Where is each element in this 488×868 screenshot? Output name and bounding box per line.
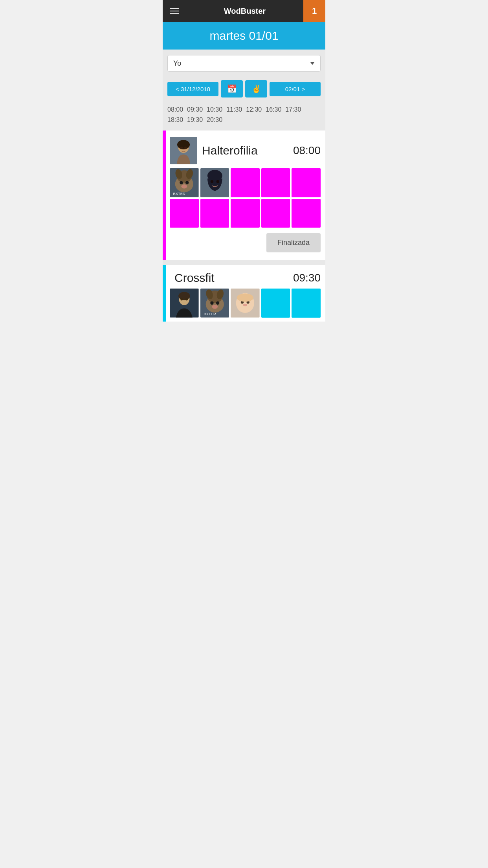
participant-cell[interactable] <box>170 289 199 318</box>
participant-cell[interactable] <box>200 168 229 197</box>
notification-badge[interactable]: 1 <box>303 0 325 22</box>
svg-text:BXTER: BXTER <box>204 312 216 316</box>
user-filter-select[interactable]: Yo Todos <box>167 55 321 72</box>
instructor-avatar <box>170 137 197 164</box>
hamburger-icon <box>170 8 179 9</box>
svg-text:BXTER: BXTER <box>173 191 185 196</box>
date-bar: martes 01/01 <box>163 22 325 50</box>
time-slots-section: 08:00 09:30 10:30 11:30 12:30 16:30 17:3… <box>163 102 325 131</box>
svg-point-21 <box>178 292 190 300</box>
participant-cell[interactable]: BXTER <box>200 289 229 318</box>
svg-point-2 <box>177 140 190 149</box>
time-slot[interactable]: 11:30 <box>226 105 242 114</box>
hamburger-icon <box>170 11 179 11</box>
time-slot[interactable]: 08:00 <box>167 105 183 114</box>
svg-point-12 <box>181 184 187 189</box>
finalizada-button[interactable]: Finalizada <box>266 233 321 252</box>
svg-point-29 <box>210 302 213 305</box>
instructor-photo <box>170 137 197 164</box>
svg-point-38 <box>237 294 253 302</box>
menu-button[interactable] <box>163 0 186 22</box>
svg-point-18 <box>216 180 219 183</box>
svg-point-31 <box>212 305 218 309</box>
svg-point-17 <box>210 180 213 183</box>
calendar-button[interactable]: 📅 <box>221 80 243 97</box>
participant-cell[interactable] <box>231 199 260 228</box>
svg-point-37 <box>243 304 248 306</box>
svg-point-30 <box>216 302 219 305</box>
filter-row: Yo Todos <box>163 50 325 77</box>
app-title: WodBuster <box>186 7 303 16</box>
current-date: martes 01/01 <box>167 29 321 42</box>
class-name: Crossfit <box>174 271 293 285</box>
hamburger-icon <box>170 13 179 14</box>
participant-cell[interactable] <box>200 199 229 228</box>
svg-point-4 <box>184 147 187 149</box>
time-slot[interactable]: 12:30 <box>246 105 262 114</box>
participant-cell[interactable] <box>261 199 290 228</box>
class-time: 09:30 <box>293 272 321 284</box>
time-slot[interactable]: 09:30 <box>187 105 203 114</box>
class-header: Halterofilia 08:00 <box>163 131 325 168</box>
participant-cell[interactable] <box>261 289 290 318</box>
svg-point-3 <box>180 147 183 149</box>
time-slot[interactable]: 18:30 <box>167 116 183 124</box>
class-time: 08:00 <box>293 144 321 157</box>
svg-point-22 <box>180 298 183 300</box>
class-header: Crossfit 09:30 <box>163 265 325 289</box>
finalizada-row: Finalizada <box>163 228 325 252</box>
participant-cell[interactable] <box>231 168 260 197</box>
class-border <box>163 131 166 260</box>
peace-icon: ✌️ <box>251 85 261 93</box>
participants-grid: BXTER <box>163 168 325 228</box>
classes-list: Halterofilia 08:00 BXTER <box>163 131 325 322</box>
time-slot[interactable]: 20:30 <box>207 116 222 124</box>
participants-grid: BXTER <box>163 289 325 318</box>
participant-cell[interactable] <box>292 289 321 318</box>
participant-cell[interactable] <box>231 289 260 318</box>
class-border <box>163 265 166 322</box>
participant-cell[interactable] <box>170 199 199 228</box>
calendar-icon: 📅 <box>227 85 237 93</box>
time-slot[interactable]: 17:30 <box>285 105 301 114</box>
time-slots-list: 08:00 09:30 10:30 11:30 12:30 16:30 17:3… <box>167 105 321 124</box>
participant-cell[interactable]: BXTER <box>170 168 199 197</box>
class-card-halterofilia: Halterofilia 08:00 BXTER <box>163 131 325 260</box>
participant-cell[interactable] <box>261 168 290 197</box>
class-card-crossfit: Crossfit 09:30 <box>163 265 325 322</box>
nav-buttons-row: < 31/12/2018 📅 ✌️ 02/01 > <box>163 77 325 102</box>
class-name: Halterofilia <box>202 144 293 157</box>
section-separator <box>163 260 325 265</box>
svg-point-11 <box>185 181 189 184</box>
time-slot[interactable]: 19:30 <box>187 116 203 124</box>
svg-point-23 <box>185 298 188 300</box>
next-date-button[interactable]: 02/01 > <box>270 82 321 96</box>
participant-cell[interactable] <box>292 168 321 197</box>
svg-point-10 <box>180 181 183 184</box>
prev-date-button[interactable]: < 31/12/2018 <box>167 82 218 96</box>
peace-button[interactable]: ✌️ <box>245 80 267 97</box>
app-header: WodBuster 1 <box>163 0 325 22</box>
participant-cell[interactable] <box>292 199 321 228</box>
time-slot[interactable]: 16:30 <box>266 105 281 114</box>
time-slot[interactable]: 10:30 <box>207 105 222 114</box>
